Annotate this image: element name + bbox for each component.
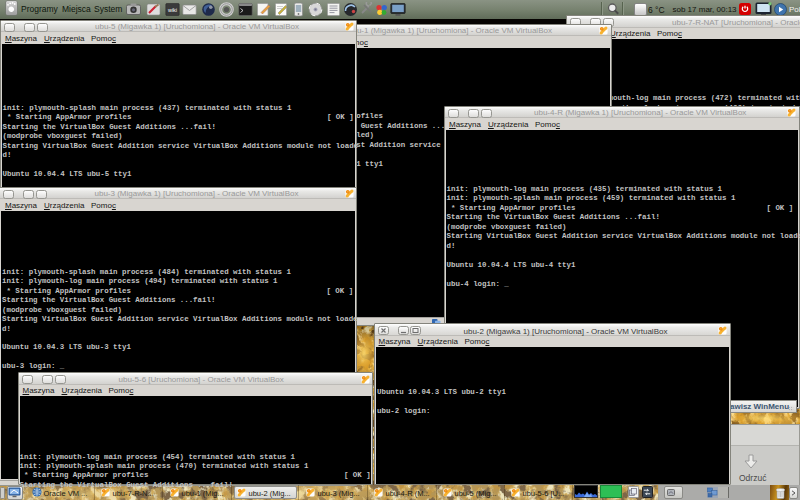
svg-text:wiki: wiki xyxy=(167,7,177,13)
